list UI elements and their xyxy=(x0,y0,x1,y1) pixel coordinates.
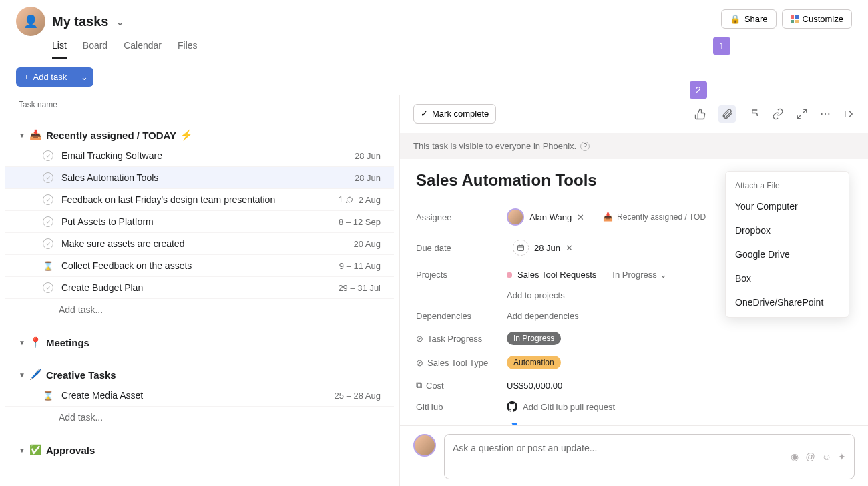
value-assignee[interactable]: Alan Wang ✕ xyxy=(507,208,584,226)
customize-label: Customize xyxy=(803,14,843,24)
title-row: 👤 My tasks ⌄ xyxy=(16,7,721,36)
plus-icon: + xyxy=(24,72,29,82)
label-due: Due date xyxy=(416,243,507,253)
popup-item-onedrive[interactable]: OneDrive/SharePoint xyxy=(726,290,849,314)
label-assignee: Assignee xyxy=(416,212,507,222)
section-header[interactable]: ▼ ✅ Approvals xyxy=(5,440,394,460)
add-task-button[interactable]: + Add task xyxy=(16,67,75,87)
section-header[interactable]: ▼ 📥 Recently assigned / TODAY ⚡ xyxy=(5,125,394,145)
task-date: 20 Aug xyxy=(354,239,381,249)
task-row[interactable]: Email Tracking Software28 Jun xyxy=(5,145,394,167)
assignee-name: Alan Wang xyxy=(529,212,572,222)
section-header[interactable]: ▼ 📍 Meetings xyxy=(5,332,394,352)
value-due[interactable]: 28 Jun ✕ xyxy=(507,236,579,259)
github-text: Add GitHub pull request xyxy=(523,402,615,412)
check-circle-icon[interactable] xyxy=(43,194,53,205)
calendar-icon xyxy=(513,240,529,256)
label-deps: Dependencies xyxy=(416,311,507,321)
mention-icon[interactable]: @ xyxy=(805,451,815,462)
section-icon: 📍 xyxy=(29,336,42,348)
section-title: Meetings xyxy=(46,337,89,348)
customize-button[interactable]: Customize xyxy=(782,9,852,29)
field-github: GitHub Add GitHub pull request xyxy=(416,396,852,417)
task-row[interactable]: ⌛Create Media Asset25 – 28 Aug xyxy=(5,385,394,407)
task-row[interactable]: Feedback on last Friday's design team pr… xyxy=(5,189,394,211)
add-task-label: Add task xyxy=(33,72,67,82)
check-circle-icon[interactable] xyxy=(43,172,53,183)
check-icon: ✓ xyxy=(421,109,428,119)
check-circle-icon[interactable] xyxy=(43,238,53,249)
task-row[interactable]: Make sure assets are created20 Aug xyxy=(5,233,394,255)
popup-item-dropbox[interactable]: Dropbox xyxy=(726,218,849,242)
add-github[interactable]: Add GitHub pull request xyxy=(507,401,615,412)
popup-item-computer[interactable]: Your Computer xyxy=(726,194,849,218)
label-cost: ⧉ Cost xyxy=(416,380,507,391)
share-button[interactable]: 🔒 Share xyxy=(721,9,777,29)
clear-due-icon[interactable]: ✕ xyxy=(566,243,573,253)
popup-item-box[interactable]: Box xyxy=(726,266,849,290)
close-panel-icon[interactable] xyxy=(843,108,855,120)
task-date: 9 – 11 Aug xyxy=(339,261,381,271)
task-row[interactable]: Sales Automation Tools28 Jun xyxy=(5,167,394,189)
tab-list[interactable]: List xyxy=(52,40,67,59)
add-task-inline[interactable]: Add task... xyxy=(5,407,394,428)
column-header-name: Task name xyxy=(0,95,399,115)
tab-calendar[interactable]: Calendar xyxy=(124,40,162,59)
tab-board[interactable]: Board xyxy=(83,40,107,59)
collapse-icon: ▼ xyxy=(19,132,25,139)
star-icon[interactable]: ✦ xyxy=(838,451,846,462)
detail-icon-row: ⋯ xyxy=(694,105,855,123)
chevron-down-icon: ⌄ xyxy=(660,270,667,280)
record-icon[interactable]: ◉ xyxy=(791,451,799,462)
add-dependencies[interactable]: Add dependencies xyxy=(507,311,579,321)
status-icon: ⊘ xyxy=(416,358,423,368)
collapse-icon: ▼ xyxy=(19,371,25,379)
add-task-inline[interactable]: Add task... xyxy=(5,299,394,320)
comment-input[interactable]: Ask a question or post an update... ◉ @ … xyxy=(444,434,855,479)
section-icon: ✅ xyxy=(29,444,42,456)
more-icon[interactable]: ⋯ xyxy=(820,107,831,120)
project-status-select[interactable]: In Progress ⌄ xyxy=(612,270,666,280)
section-ref[interactable]: 📥 Recently assigned / TOD xyxy=(603,212,706,222)
value-progress[interactable]: In Progress xyxy=(507,332,561,345)
tab-files[interactable]: Files xyxy=(178,40,198,59)
clear-assignee-icon[interactable]: ✕ xyxy=(577,212,584,222)
assignee-avatar xyxy=(507,208,524,226)
check-circle-icon[interactable] xyxy=(43,150,53,161)
mark-complete-label: Mark complete xyxy=(432,109,489,119)
header-actions: 🔒 Share Customize xyxy=(721,7,852,29)
check-circle-icon[interactable] xyxy=(43,216,53,227)
value-projects[interactable]: Sales Tool Requests In Progress ⌄ xyxy=(507,270,667,280)
expand-icon[interactable] xyxy=(796,108,808,120)
task-date: 8 – 12 Sep xyxy=(339,217,381,227)
hourglass-icon: ⌛ xyxy=(43,391,53,401)
mark-complete-button[interactable]: ✓ Mark complete xyxy=(413,104,496,124)
task-row[interactable]: Create Budget Plan29 – 31 Jul xyxy=(5,277,394,299)
task-row[interactable]: Put Assets to Platform8 – 12 Sep xyxy=(5,211,394,233)
label-projects: Projects xyxy=(416,270,507,280)
section-title: Creative Tasks xyxy=(46,369,116,381)
check-circle-icon[interactable] xyxy=(43,282,53,293)
section-ref-icon: 📥 xyxy=(603,212,613,222)
tool-type-pill: Automation xyxy=(507,356,561,369)
add-to-projects[interactable]: Add to projects xyxy=(507,290,565,300)
subtask-icon[interactable] xyxy=(748,108,760,120)
task-row[interactable]: ⌛Collect Feedback on the assets9 – 11 Au… xyxy=(5,255,394,277)
emoji-icon[interactable]: ☺ xyxy=(822,451,831,462)
attachment-icon[interactable] xyxy=(718,105,736,123)
progress-pill: In Progress xyxy=(507,332,561,345)
header-left: 👤 My tasks ⌄ List Board Calendar Files xyxy=(16,7,721,59)
section-header[interactable]: ▼ 🖊️ Creative Tasks xyxy=(5,364,394,385)
popup-item-gdrive[interactable]: Google Drive xyxy=(726,242,849,266)
value-tool-type[interactable]: Automation xyxy=(507,356,561,369)
title-chevron-icon[interactable]: ⌄ xyxy=(116,15,124,28)
like-icon[interactable] xyxy=(694,108,706,120)
user-avatar[interactable]: 👤 xyxy=(16,7,45,36)
project-status-text: In Progress xyxy=(612,270,656,280)
link-icon[interactable] xyxy=(772,108,784,120)
info-icon[interactable]: ? xyxy=(580,142,590,151)
add-task-dropdown[interactable]: ⌄ xyxy=(75,67,93,87)
comment-placeholder: Ask a question or post an update... xyxy=(453,443,791,471)
value-cost[interactable]: US$50,000.00 xyxy=(507,381,562,391)
field-tool-type: ⊘ Sales Tool Type Automation xyxy=(416,350,852,375)
